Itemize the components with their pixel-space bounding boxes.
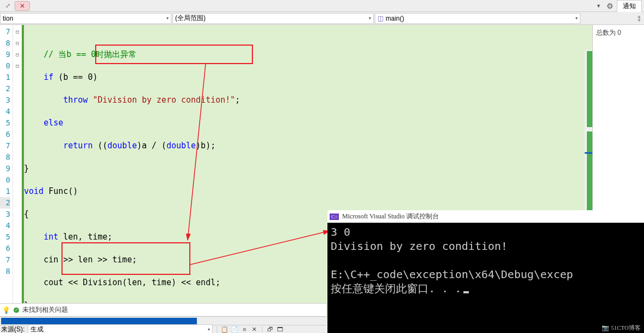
tool-icon[interactable]: 📋 [220, 324, 230, 333]
scope-combo-left[interactable]: tion▾ [0, 13, 171, 24]
tool-icon[interactable]: ≡ [239, 324, 249, 333]
debug-console: C:\ Microsoft Visual Studio 调试控制台 3 0 Di… [327, 210, 644, 333]
notif-count: 总数为 0 [596, 28, 641, 37]
scope-right-text: main() [386, 15, 404, 22]
notifications-tab[interactable]: 通知 [617, 0, 642, 12]
title-bar: ⤢ ✕ ▼ ⚙ 通知 [0, 0, 644, 12]
lightbulb-icon[interactable]: 💡 [2, 306, 10, 314]
cube-icon: ◫ [377, 15, 383, 22]
line-numbers: 789 012 345 678 901 234 567 8 [0, 25, 13, 318]
pin-icon[interactable]: ⤢ [5, 2, 10, 9]
console-line: Division by zero condition! [331, 239, 641, 253]
scope-combo-right[interactable]: ◫ main()▾ [375, 13, 580, 24]
watermark: 📷 51CTO博客 [602, 324, 641, 332]
editor-status-bar: 💡 ✓ 未找到相关问题 [0, 303, 326, 316]
output-toolbar: 来源(S): 生成▾ | 📋 📄 ≡ ✕ | 🗗 🗖 [0, 325, 326, 333]
scope-left-text: tion [3, 15, 13, 22]
dropdown-icon[interactable]: ▼ [594, 3, 603, 9]
nav-combos: tion▾ (全局范围)▾ ◫ main()▾ ‡ [0, 12, 644, 25]
console-line: 按任意键关闭此窗口. . . [331, 281, 461, 296]
console-line: E:\C++_code\exception\x64\Debug\excep [331, 267, 641, 281]
tool-icon[interactable]: 🗗 [265, 324, 275, 333]
scope-combo-middle[interactable]: (全局范围)▾ [172, 13, 374, 24]
tool-icon[interactable]: 📄 [230, 324, 239, 333]
fold-column[interactable]: ⊟ ⊟⊟ ⊟ [13, 25, 22, 318]
console-line: 3 0 [331, 225, 641, 239]
horizontal-scrollbar[interactable] [0, 316, 326, 325]
output-source-label: 来源(S): [1, 325, 24, 334]
gear-icon[interactable]: ⚙ [603, 2, 617, 10]
console-title-text: Microsoft Visual Studio 调试控制台 [342, 212, 439, 221]
close-tab-button[interactable]: ✕ [15, 1, 30, 11]
scrollbar-thumb[interactable] [1, 318, 197, 324]
output-source-combo[interactable]: 生成▾ [28, 324, 213, 333]
tool-icon[interactable]: ✕ [249, 324, 259, 333]
status-text: 未找到相关问题 [22, 305, 68, 315]
console-icon: C:\ [330, 213, 339, 220]
console-title-bar[interactable]: C:\ Microsoft Visual Studio 调试控制台 [327, 210, 644, 223]
console-output[interactable]: 3 0 Division by zero condition! E:\C++_c… [327, 223, 644, 298]
scope-middle-text: (全局范围) [175, 14, 206, 23]
split-icon[interactable]: ‡ [634, 15, 644, 22]
cursor [463, 291, 469, 293]
tool-icon[interactable]: 🗖 [275, 324, 285, 333]
status-ok-icon: ✓ [14, 307, 19, 313]
